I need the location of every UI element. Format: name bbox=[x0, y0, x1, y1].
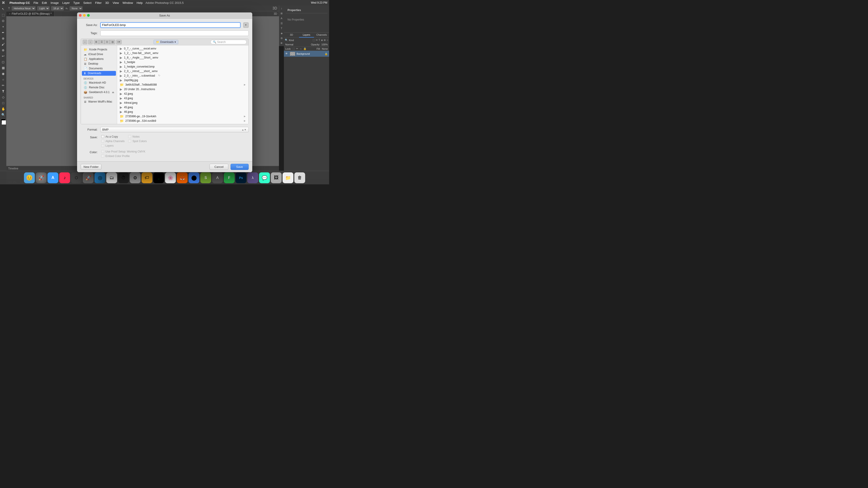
saveas-row: Save As: ▼ bbox=[81, 22, 249, 28]
file-item[interactable]: ▶ 43.jpeg bbox=[117, 96, 248, 101]
file-item[interactable]: ▶ 42.jpeg bbox=[117, 92, 248, 96]
xcode-label: Xcode Projects bbox=[89, 48, 107, 51]
file-item[interactable]: ▶ 1_8_-_Angle___Short_.wmv bbox=[117, 55, 248, 60]
tags-input[interactable] bbox=[100, 31, 249, 36]
file-name: 46.jpeg bbox=[124, 110, 133, 113]
file-name: 20 Under 20...Instructions bbox=[124, 88, 155, 91]
spot-colors-checkbox[interactable] bbox=[128, 140, 131, 142]
column-view-btn[interactable]: ⊡ bbox=[104, 40, 110, 44]
save-as-dialog: Save As Save As: ▼ Tags: ‹ › bbox=[77, 12, 252, 172]
tags-row: Tags: bbox=[81, 31, 249, 36]
modal-footer-buttons: Cancel Save bbox=[210, 164, 248, 170]
icon-view-btn[interactable]: ⊞ bbox=[94, 40, 99, 44]
search-icon: 🔍 bbox=[213, 40, 216, 43]
extra-view-btn: ≡▾ bbox=[116, 40, 122, 44]
file-icon: ▶ bbox=[120, 96, 122, 100]
as-a-copy-checkbox[interactable] bbox=[101, 135, 104, 138]
new-folder-button[interactable]: New Folder bbox=[81, 164, 101, 170]
browser-wrapper: ‹ › ⊞ ☰ ⊡ ▥ ≡▾ 📁 bbox=[81, 39, 248, 124]
search-box[interactable]: 🔍 Search bbox=[211, 40, 247, 44]
arrow-icon: ▶ bbox=[244, 115, 246, 118]
close-button[interactable] bbox=[79, 14, 82, 17]
format-select[interactable]: BMP ▲▼ bbox=[100, 127, 249, 132]
list-view-btn[interactable]: ☰ bbox=[99, 40, 104, 44]
downloads-icon: ⬇ bbox=[84, 72, 86, 75]
file-item[interactable]: ▶ 2_0_-_intro_...v.download ↻ bbox=[117, 73, 248, 78]
file-item-folder[interactable]: 📁 3e6fc929aff...7e9bbd6088 ▶ bbox=[117, 83, 248, 87]
forward-button[interactable]: › bbox=[88, 40, 93, 44]
file-item[interactable]: ▶ 1_2_-_free-fall__short_.wmv bbox=[117, 51, 248, 55]
file-item-folder[interactable]: 📁 2735996-ge...19-1bx4okh ▶ bbox=[117, 114, 248, 119]
shared-section: Shared bbox=[81, 95, 117, 99]
file-item[interactable]: ▶ 44real.jpeg bbox=[117, 101, 248, 105]
file-name: 2_0_-_introd___short_.wmv bbox=[124, 70, 158, 73]
imac-label: Warren Wulff's iMac bbox=[88, 100, 112, 103]
eject-icon[interactable]: ⏏ bbox=[112, 91, 114, 94]
documents-label: Documents bbox=[89, 67, 103, 70]
sidebar-xcode[interactable]: 📁 Xcode Projects bbox=[81, 47, 117, 52]
file-name: 2735996-ge...19-1bx4okh bbox=[125, 115, 156, 118]
remote-disc-icon: 💿 bbox=[84, 86, 87, 89]
downloads-label: Downloads bbox=[88, 72, 101, 75]
file-item[interactable]: ▶ 20 Under 20...Instructions bbox=[117, 87, 248, 92]
back-button[interactable]: ‹ bbox=[83, 40, 87, 44]
file-item[interactable]: ▶ 1_hedgie_converted.bmp bbox=[117, 64, 248, 69]
file-item[interactable]: ▶ 0_7_-_curve___excel.wmv bbox=[117, 46, 248, 51]
cover-view-btn[interactable]: ▥ bbox=[110, 40, 115, 44]
file-item[interactable]: ▶ 1_hedgie bbox=[117, 60, 248, 64]
sidebar-downloads[interactable]: ⬇ Downloads bbox=[82, 71, 116, 76]
minimize-button[interactable] bbox=[83, 14, 86, 17]
sidebar-desktop[interactable]: 🖥 Desktop bbox=[81, 61, 117, 66]
sidebar-macintosh[interactable]: 💿 Macintosh HD bbox=[81, 80, 117, 85]
arrange-btn[interactable]: ≡▾ bbox=[116, 40, 122, 44]
search-placeholder: Search bbox=[217, 40, 226, 43]
file-icon: ▶ bbox=[120, 51, 122, 55]
file-name: 45.jpeg bbox=[124, 106, 133, 109]
browser-nav-toolbar: ‹ › ⊞ ☰ ⊡ ▥ ≡▾ 📁 bbox=[81, 39, 248, 45]
file-icon: ▶ bbox=[120, 69, 122, 73]
file-item[interactable]: ▶ 45.jpeg bbox=[117, 105, 248, 109]
file-icon: ▶ bbox=[120, 105, 122, 109]
icloud-icon: ☁ bbox=[84, 53, 87, 56]
notes-checkbox[interactable] bbox=[128, 135, 131, 138]
sidebar-icloud[interactable]: ☁ iCloud Drive bbox=[81, 52, 117, 57]
maximize-button[interactable] bbox=[87, 14, 90, 17]
file-item[interactable]: ▶ 46.jpeg bbox=[117, 109, 248, 114]
sidebar-documents[interactable]: 📄 Documents bbox=[81, 66, 117, 71]
layers-checkbox[interactable] bbox=[101, 144, 104, 147]
file-icon: ▶ bbox=[120, 92, 122, 96]
folder-icon: 📁 bbox=[120, 83, 124, 87]
file-icon: ▶ bbox=[120, 101, 122, 105]
sidebar-remote-disc[interactable]: 💿 Remote Disc bbox=[81, 85, 117, 90]
saveas-input[interactable] bbox=[100, 22, 241, 28]
location-dropdown[interactable]: 📁 Downloads ▾ bbox=[153, 40, 178, 44]
file-item[interactable]: ▶ 2ep09ig.jpg bbox=[117, 78, 248, 83]
saveas-dropdown[interactable]: ▼ bbox=[243, 22, 249, 28]
sidebar-imac[interactable]: 🖥 Warren Wulff's iMac bbox=[81, 99, 117, 104]
file-icon: ▶ bbox=[120, 60, 122, 64]
notes-label: Notes bbox=[132, 135, 140, 138]
file-icon: ▶ bbox=[120, 110, 122, 113]
folder-icon: 📁 bbox=[120, 119, 124, 123]
cancel-button[interactable]: Cancel bbox=[210, 164, 228, 170]
file-item[interactable]: ▶ 2_0_-_introd___short_.wmv bbox=[117, 69, 248, 73]
dropdown-chevron-icon: ▾ bbox=[175, 40, 176, 43]
modal-overlay: Save As Save As: ▼ Tags: ‹ › bbox=[0, 0, 329, 184]
sidebar-applications[interactable]: 📋 Applications bbox=[81, 57, 117, 61]
devices-section: Devices bbox=[81, 76, 117, 80]
save-button[interactable]: Save bbox=[230, 164, 249, 170]
sync-icon: ↻ bbox=[158, 74, 160, 77]
embed-color-checkbox[interactable] bbox=[101, 155, 104, 158]
save-options-right: Notes Spot Colors bbox=[128, 135, 147, 147]
sidebar-geekbench[interactable]: 📦 Geekbench 4.0.1 ⏏ bbox=[81, 90, 117, 95]
file-item-folder[interactable]: 📁 2735996-ge...534-xvs9b9 ▶ bbox=[117, 119, 248, 123]
file-name: 43.jpeg bbox=[124, 97, 133, 100]
format-value: BMP bbox=[102, 128, 109, 131]
proof-setup-checkbox[interactable] bbox=[101, 150, 104, 153]
browser-sidebar: 📁 Xcode Projects ☁ iCloud Drive 📋 Applic… bbox=[81, 45, 117, 124]
alpha-channels-checkbox[interactable] bbox=[101, 140, 104, 142]
file-name: 44real.jpeg bbox=[124, 101, 137, 104]
file-name: 1_2_-_free-fall__short_.wmv bbox=[124, 52, 158, 55]
arrow-icon: ▶ bbox=[244, 120, 246, 122]
file-icon: ▶ bbox=[120, 78, 122, 82]
